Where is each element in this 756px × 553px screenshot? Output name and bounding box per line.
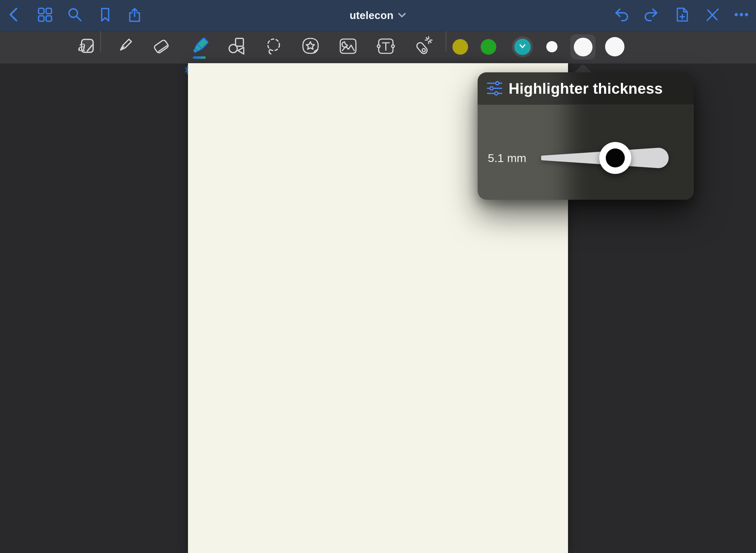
thickness-slider-knob[interactable] xyxy=(599,142,631,174)
toolbar-divider xyxy=(446,31,446,52)
handwriting-icon: a xyxy=(76,36,96,58)
more-options-button[interactable] xyxy=(733,7,750,23)
thickness-preset-medium-selected[interactable] xyxy=(570,34,596,59)
color-swatch-teal-selected[interactable] xyxy=(512,36,533,57)
elements-tool-button[interactable] xyxy=(301,37,321,57)
toolbar-divider xyxy=(100,31,101,52)
back-chevron-icon xyxy=(6,6,23,24)
bookmarks-button[interactable] xyxy=(97,7,113,23)
image-icon xyxy=(338,36,358,58)
highlighter-tool-button[interactable] xyxy=(189,37,209,57)
redo-button[interactable] xyxy=(643,7,659,23)
document-title: utelecon xyxy=(349,10,393,22)
pen-tool-button[interactable] xyxy=(114,37,135,57)
thickness-value-label: 5.1 mm xyxy=(488,146,526,170)
highlighter-selected-underline xyxy=(193,56,206,59)
pen-icon xyxy=(114,36,135,58)
shapes-tool-button[interactable] xyxy=(226,37,246,57)
stylus-toggle-button[interactable] xyxy=(703,7,720,23)
chevron-down-icon xyxy=(398,11,407,20)
undo-icon xyxy=(613,6,630,24)
search-icon xyxy=(67,6,83,24)
thickness-preset-medium-dot xyxy=(574,38,592,56)
add-page-icon xyxy=(673,6,690,24)
pages-overview-button[interactable] xyxy=(37,7,53,23)
highlighter-icon xyxy=(189,36,209,58)
text-icon xyxy=(376,36,396,58)
search-button[interactable] xyxy=(67,7,83,23)
sliders-icon xyxy=(486,80,503,98)
color-swatch-green[interactable] xyxy=(481,39,496,55)
share-button[interactable] xyxy=(126,7,143,23)
image-tool-button[interactable] xyxy=(338,37,358,57)
redo-icon xyxy=(643,6,659,24)
add-page-button[interactable] xyxy=(673,7,690,23)
back-button[interactable] xyxy=(6,7,23,23)
grid-thumbnails-icon xyxy=(37,6,53,24)
eraser-icon xyxy=(151,36,172,58)
popover-title: Highlighter thickness xyxy=(478,72,694,105)
thickness-slider-knob-dot xyxy=(606,148,625,167)
color-swatch-teal xyxy=(514,39,531,55)
shapes-icon xyxy=(226,36,246,58)
laser-pointer-icon xyxy=(413,36,433,58)
svg-text:a: a xyxy=(77,38,85,54)
lasso-tool-button[interactable] xyxy=(263,37,284,57)
drawing-toolbar: a xyxy=(0,31,756,64)
handwriting-tool-button[interactable]: a xyxy=(76,37,96,57)
thickness-preset-small[interactable] xyxy=(546,41,557,52)
laser-pointer-tool-button[interactable] xyxy=(413,37,433,57)
bookmark-icon xyxy=(97,6,113,24)
share-icon xyxy=(126,6,143,24)
stylus-crossed-icon xyxy=(703,6,720,24)
undo-button[interactable] xyxy=(613,7,630,23)
elements-sticker-icon xyxy=(301,36,321,58)
text-tool-button[interactable] xyxy=(376,37,396,57)
top-navigation-bar: utelecon xyxy=(0,0,756,31)
ellipsis-icon xyxy=(733,6,750,24)
lasso-icon xyxy=(263,36,284,58)
chevron-down-icon xyxy=(519,43,526,50)
eraser-tool-button[interactable] xyxy=(151,37,172,57)
thickness-preset-large[interactable] xyxy=(605,37,624,56)
document-title-button[interactable]: utelecon xyxy=(349,0,406,31)
highlighter-thickness-popover: Highlighter thickness 5.1 mm xyxy=(478,72,694,200)
popover-header: Highlighter thickness xyxy=(478,72,694,105)
color-swatch-olive[interactable] xyxy=(452,39,468,55)
